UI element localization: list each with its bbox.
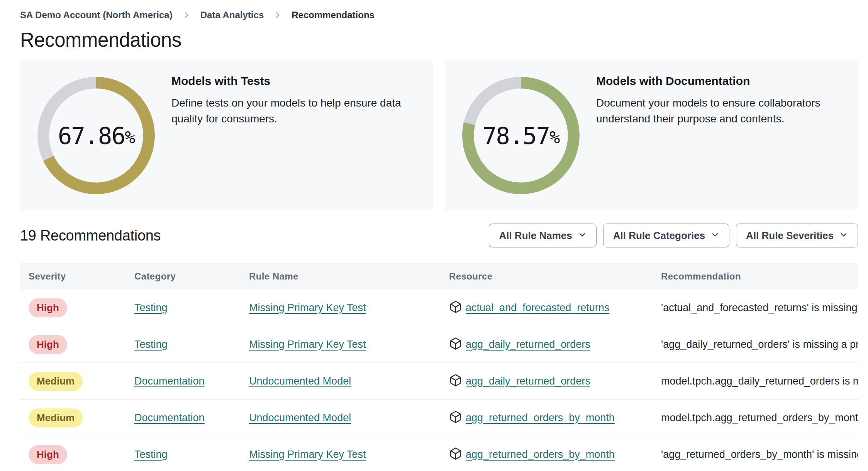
list-toolbar: 19 Recommendations All Rule Names All Ru… [20,224,858,247]
rule-name-link[interactable]: Missing Primary Key Test [249,449,366,460]
category-link[interactable]: Testing [134,302,168,313]
filter-rule-names-dropdown[interactable]: All Rule Names [489,224,596,247]
table-row: High Testing Missing Primary Key Test ag… [20,326,858,363]
card-title-models-with-tests: Models with Tests [171,75,416,88]
severity-badge: High [29,445,67,464]
rule-name-link[interactable]: Missing Primary Key Test [249,302,366,313]
category-link[interactable]: Documentation [134,375,205,387]
recommendation-text: model.tpch.agg_returned_orders_by_month … [661,412,858,424]
table-row: High Testing Missing Primary Key Test ac… [20,290,858,326]
chevron-right-icon [183,11,190,19]
cube-icon [449,374,462,388]
chevron-right-icon [274,11,281,19]
resource-link[interactable]: agg_returned_orders_by_month [466,412,615,424]
models-with-tests-donut-chart: 67.86% [34,73,158,198]
filter-rule-severities-dropdown[interactable]: All Rule Severities [736,224,858,247]
card-description-models-with-tests: Define tests on your models to help ensu… [171,95,416,127]
breadcrumb-item-current: Recommendations [292,9,375,21]
category-link[interactable]: Documentation [134,412,205,424]
cube-icon [449,337,462,352]
severity-badge: High [29,298,67,317]
rule-name-link[interactable]: Undocumented Model [249,375,351,387]
breadcrumb-item-account[interactable]: SA Demo Account (North America) [20,9,173,21]
recommendation-text: 'agg_returned_orders_by_month' is missin… [661,449,858,461]
table-row: High Testing Missing Primary Key Test ag… [20,436,858,471]
column-header-recommendation: Recommendation [661,271,858,282]
tests-percent-value: 67.86% [34,73,158,198]
card-description-models-with-documentation: Document your models to ensure collabora… [596,95,841,127]
chevron-down-icon [839,230,848,242]
card-title-models-with-documentation: Models with Documentation [596,75,841,88]
cube-icon [449,300,462,315]
column-header-rule-name: Rule Name [249,271,449,282]
category-link[interactable]: Testing [134,449,168,460]
cube-icon [449,447,462,462]
severity-badge: Medium [29,372,83,391]
column-header-category: Category [134,271,249,282]
resource-link[interactable]: agg_daily_returned_orders [466,339,590,351]
models-with-documentation-donut-chart: 78.57% [459,73,583,198]
models-with-documentation-card: 78.57% Models with Documentation Documen… [445,61,858,210]
resource-link[interactable]: actual_and_forecasted_returns [466,302,609,314]
cube-icon [449,410,462,425]
column-header-resource: Resource [449,271,661,282]
page-title: Recommendations [20,29,858,51]
rule-name-link[interactable]: Undocumented Model [249,412,351,424]
chevron-down-icon [711,230,719,242]
resource-link[interactable]: agg_returned_orders_by_month [466,449,615,461]
severity-badge: High [29,335,67,354]
breadcrumb: SA Demo Account (North America) Data Ana… [20,9,858,21]
chevron-down-icon [578,230,587,242]
rule-name-link[interactable]: Missing Primary Key Test [249,339,366,350]
severity-badge: Medium [29,408,83,427]
column-header-severity: Severity [20,271,134,282]
recommendations-count: 19 Recommendations [20,227,161,244]
filter-rule-categories-dropdown[interactable]: All Rule Categories [603,224,729,247]
table-header-row: Severity Category Rule Name Resource Rec… [20,263,858,290]
recommendation-text: 'agg_daily_returned_orders' is missing a… [661,339,858,351]
recommendations-table: Severity Category Rule Name Resource Rec… [20,263,858,471]
table-body: High Testing Missing Primary Key Test ac… [20,290,858,471]
resource-link[interactable]: agg_daily_returned_orders [466,375,590,387]
table-row: Medium Documentation Undocumented Model … [20,363,858,400]
documentation-percent-value: 78.57% [459,73,583,198]
recommendation-text: 'actual_and_forecasted_returns' is missi… [661,302,858,314]
recommendation-text: model.tpch.agg_daily_returned_orders is … [661,375,858,387]
summary-cards: 67.86% Models with Tests Define tests on… [20,61,858,210]
breadcrumb-item-data-analytics[interactable]: Data Analytics [200,9,264,21]
table-row: Medium Documentation Undocumented Model … [20,400,858,436]
recommendations-page: SA Demo Account (North America) Data Ana… [0,9,868,471]
models-with-tests-card: 67.86% Models with Tests Define tests on… [20,61,433,210]
filters: All Rule Names All Rule Categories All R… [489,224,858,247]
category-link[interactable]: Testing [134,339,168,350]
